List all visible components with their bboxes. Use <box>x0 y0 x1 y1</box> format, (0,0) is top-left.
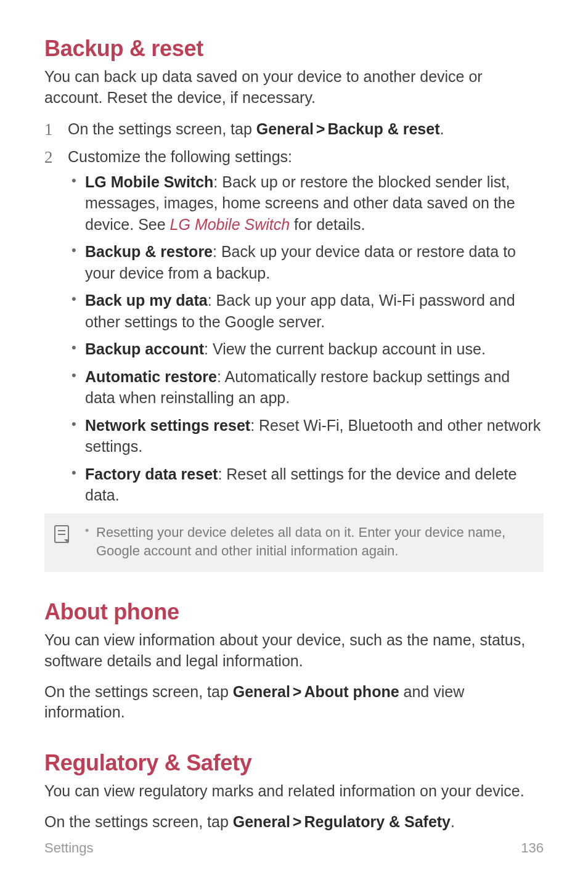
bullet-backup-restore: Backup & restore: Back up your device da… <box>68 241 544 284</box>
note-list: Resetting your device deletes all data o… <box>84 523 530 561</box>
heading-regulatory-safety: Regulatory & Safety <box>44 750 544 776</box>
gt-icon: > <box>290 683 304 700</box>
settings-bullets: LG Mobile Switch: Back up or restore the… <box>68 171 544 506</box>
page-footer: Settings 136 <box>44 840 544 856</box>
gt-icon: > <box>290 813 304 830</box>
note-text: Resetting your device deletes all data o… <box>84 523 530 561</box>
bullet-backup-account: Backup account: View the current backup … <box>68 338 544 360</box>
line-pre: On the settings screen, tap <box>44 683 233 700</box>
bullet-label: Backup account <box>85 340 204 357</box>
step-1-backup-reset: Backup & reset <box>327 120 439 137</box>
line-regulatory-safety: On the settings screen, tap General>Regu… <box>44 812 544 833</box>
link-lg-mobile-switch[interactable]: LG Mobile Switch <box>170 216 290 233</box>
gt-icon: > <box>314 120 328 137</box>
bullet-back-up-my-data: Back up my data: Back up your app data, … <box>68 290 544 332</box>
intro-backup-reset: You can back up data saved on your devic… <box>44 67 544 108</box>
step-1-pre: On the settings screen, tap <box>68 120 256 137</box>
bullet-label: Backup & restore <box>85 243 213 260</box>
heading-about-phone: About phone <box>44 599 544 625</box>
bullet-automatic-restore: Automatic restore: Automatically restore… <box>68 366 544 409</box>
heading-backup-reset: Backup & reset <box>44 36 544 62</box>
bullet-text-post: for details. <box>290 216 365 233</box>
step-2: Customize the following settings: LG Mob… <box>44 146 544 506</box>
bullet-label: Back up my data <box>85 292 208 309</box>
bullet-factory-data-reset: Factory data reset: Reset all settings f… <box>68 463 544 506</box>
line-about-phone-bold: About phone <box>304 683 399 700</box>
steps-list: On the settings screen, tap General>Back… <box>44 118 544 506</box>
note-icon <box>53 525 71 544</box>
bullet-label: Network settings reset <box>85 417 250 434</box>
bullet-network-settings-reset: Network settings reset: Reset Wi-Fi, Blu… <box>68 415 544 457</box>
bullet-lg-mobile-switch: LG Mobile Switch: Back up or restore the… <box>68 171 544 235</box>
line-general: General <box>233 683 290 700</box>
line-regulatory-safety-bold: Regulatory & Safety <box>304 813 451 830</box>
footer-section-name: Settings <box>44 840 94 856</box>
intro-regulatory-safety: You can view regulatory marks and relate… <box>44 781 544 802</box>
line-general: General <box>233 813 290 830</box>
step-1-general: General <box>256 120 314 137</box>
note-box: Resetting your device deletes all data o… <box>44 513 544 573</box>
line-pre: On the settings screen, tap <box>44 813 233 830</box>
step-2-text: Customize the following settings: <box>68 148 292 165</box>
intro-about-phone: You can view information about your devi… <box>44 630 544 672</box>
footer-page-number: 136 <box>521 840 544 856</box>
bullet-label: LG Mobile Switch <box>85 173 213 190</box>
bullet-text: : View the current backup account in use… <box>204 340 486 357</box>
step-1-post: . <box>439 120 444 137</box>
bullet-label: Factory data reset <box>85 465 218 483</box>
line-post: . <box>451 813 455 830</box>
bullet-label: Automatic restore <box>85 368 217 385</box>
line-about-phone: On the settings screen, tap General>Abou… <box>44 682 544 724</box>
step-1: On the settings screen, tap General>Back… <box>44 118 544 140</box>
